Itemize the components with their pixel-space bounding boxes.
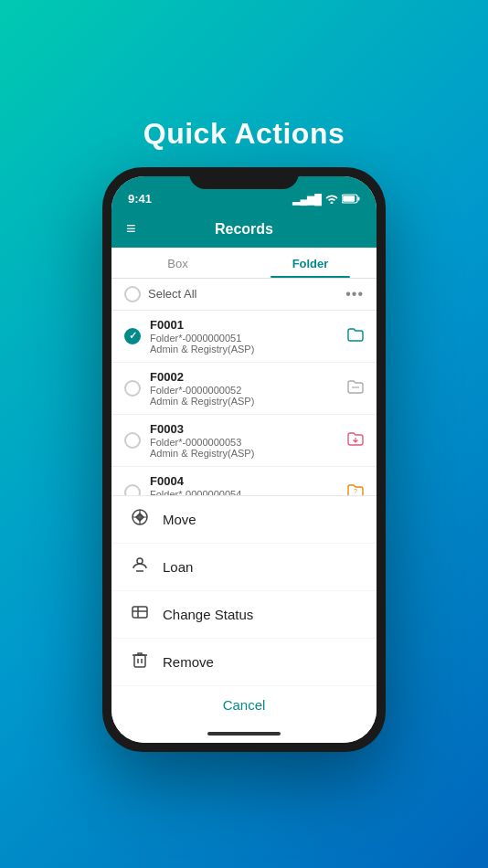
select-all-label: Select All bbox=[148, 287, 196, 301]
action-loan[interactable]: Loan bbox=[111, 544, 377, 591]
folder-id-1: F0002 bbox=[150, 370, 338, 384]
nav-title: Records bbox=[215, 221, 273, 238]
signal-icon: ▂▄▆█ bbox=[292, 194, 322, 206]
folder-dept-1: Admin & Registry(ASP) bbox=[150, 396, 338, 407]
folder-type-icon-1 bbox=[347, 379, 364, 397]
cancel-row: Cancel bbox=[111, 686, 377, 725]
svg-rect-10 bbox=[134, 655, 145, 667]
select-all-radio[interactable] bbox=[124, 286, 141, 302]
list-item[interactable]: F0002 Folder*-0000000052 Admin & Registr… bbox=[111, 363, 377, 415]
phone-notch bbox=[189, 167, 299, 189]
folder-radio-1[interactable] bbox=[124, 380, 141, 397]
folder-radio-3[interactable] bbox=[124, 484, 141, 495]
folder-type-icon-0 bbox=[347, 327, 364, 345]
battery-icon bbox=[342, 194, 360, 206]
status-time: 9:41 bbox=[128, 192, 152, 206]
tab-bar: Box Folder bbox=[111, 248, 377, 279]
folder-radio-0[interactable] bbox=[124, 328, 141, 344]
more-options-button[interactable]: ••• bbox=[345, 286, 364, 302]
phone-shell: 9:41 ▂▄▆█ ≡ Record bbox=[102, 167, 386, 752]
status-icons: ▂▄▆█ bbox=[292, 194, 360, 206]
action-loan-label: Loan bbox=[163, 559, 193, 575]
folder-id-0: F0001 bbox=[150, 318, 338, 332]
home-indicator bbox=[111, 725, 377, 743]
move-icon bbox=[130, 508, 150, 531]
svg-point-6 bbox=[137, 558, 143, 564]
folder-type-icon-3: ? bbox=[347, 483, 364, 495]
list-item[interactable]: F0001 Folder*-0000000051 Admin & Registr… bbox=[111, 311, 377, 363]
folder-id-2: F0003 bbox=[150, 422, 338, 436]
remove-icon bbox=[130, 651, 150, 673]
list-item[interactable]: F0004 Folder*-0000000054 Admin & Registr… bbox=[111, 467, 377, 495]
tab-box[interactable]: Box bbox=[111, 248, 244, 278]
change-status-icon bbox=[130, 603, 150, 626]
svg-text:?: ? bbox=[354, 488, 357, 494]
list-area: Select All ••• F0001 Folder*-0000000051 … bbox=[111, 279, 377, 495]
folder-id-3: F0004 bbox=[150, 474, 338, 488]
folder-code-1: Folder*-0000000052 bbox=[150, 385, 338, 396]
folder-code-0: Folder*-0000000051 bbox=[150, 333, 338, 344]
cancel-button[interactable]: Cancel bbox=[223, 697, 266, 713]
action-remove[interactable]: Remove bbox=[111, 639, 377, 686]
tab-folder[interactable]: Folder bbox=[244, 248, 377, 278]
action-move[interactable]: Move bbox=[111, 496, 377, 544]
folder-type-icon-2 bbox=[347, 431, 364, 450]
action-move-label: Move bbox=[163, 512, 196, 527]
svg-rect-2 bbox=[358, 196, 360, 200]
action-change-status-label: Change Status bbox=[163, 607, 253, 622]
menu-icon[interactable]: ≡ bbox=[126, 219, 136, 238]
svg-rect-1 bbox=[343, 196, 355, 202]
page-title: Quick Actions bbox=[143, 117, 345, 151]
folder-dept-2: Admin & Registry(ASP) bbox=[150, 448, 338, 459]
wifi-icon bbox=[325, 194, 338, 206]
select-all-row: Select All ••• bbox=[111, 279, 377, 311]
folder-code-3: Folder*-0000000054 bbox=[150, 489, 338, 495]
folder-code-2: Folder*-0000000053 bbox=[150, 437, 338, 448]
folder-dept-0: Admin & Registry(ASP) bbox=[150, 344, 338, 355]
loan-icon bbox=[130, 556, 150, 578]
folder-radio-2[interactable] bbox=[124, 432, 141, 449]
action-change-status[interactable]: Change Status bbox=[111, 591, 377, 639]
top-nav: ≡ Records bbox=[111, 211, 377, 248]
action-remove-label: Remove bbox=[163, 654, 214, 670]
action-sheet: Move Loan bbox=[111, 495, 377, 725]
svg-rect-7 bbox=[133, 607, 147, 618]
home-bar bbox=[207, 732, 281, 736]
list-item[interactable]: F0003 Folder*-0000000053 Admin & Registr… bbox=[111, 415, 377, 467]
